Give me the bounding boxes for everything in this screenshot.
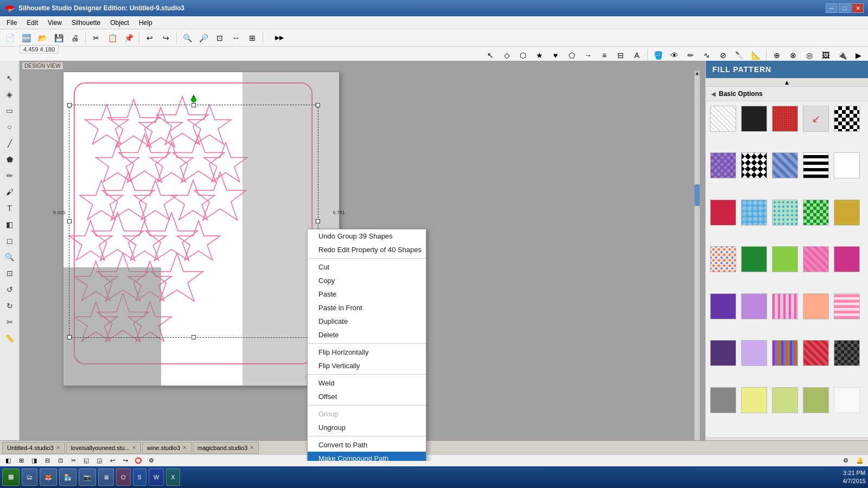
basic-options-header[interactable]: ◀ Basic Options — [706, 87, 868, 101]
undo-button[interactable]: ↩ — [142, 31, 157, 45]
canvas-area[interactable]: DESIGN VIEW — [20, 61, 705, 461]
taskbar-computer[interactable]: 🖥 — [98, 468, 114, 486]
save-button[interactable]: 💾 — [51, 31, 66, 45]
taskbar-excel[interactable]: X — [166, 468, 180, 486]
ctx-make-compound[interactable]: Make Compound Path — [308, 452, 426, 461]
tool-send[interactable]: ▶ — [851, 48, 866, 62]
tool-align2[interactable]: ⊟ — [613, 48, 628, 62]
menu-view[interactable]: View — [43, 18, 66, 28]
tool-measure-left[interactable]: 📏 — [2, 331, 17, 346]
pattern-lt-purple[interactable] — [741, 293, 767, 319]
pattern-dots-teal[interactable] — [772, 200, 798, 226]
bt-ungroup[interactable]: ✂ — [67, 455, 79, 466]
tool-text[interactable]: A — [629, 48, 644, 62]
pattern-dots-multi[interactable] — [710, 246, 736, 272]
tool-node-edit[interactable]: ◈ — [2, 87, 17, 102]
pattern-lt-green3[interactable] — [803, 387, 829, 413]
pattern-red-diamond[interactable] — [803, 340, 829, 366]
tool-bezier[interactable]: ∿ — [699, 48, 714, 62]
tool-star[interactable]: ★ — [532, 48, 547, 62]
print-button[interactable]: 🖨 — [67, 31, 82, 45]
tool-eye[interactable]: 👁 — [667, 48, 682, 62]
pattern-red-texture[interactable] — [772, 106, 798, 132]
close-button[interactable]: ✕ — [852, 3, 864, 13]
pattern-stripe-v[interactable] — [772, 293, 798, 319]
pattern-green-solid[interactable] — [741, 246, 767, 272]
pattern-lt-green[interactable] — [772, 246, 798, 272]
tab-love[interactable]: loveisallyouneed.stu... ✕ — [66, 442, 141, 454]
new-button[interactable]: 📄 — [2, 31, 17, 45]
tool-poly[interactable]: ⬠ — [564, 48, 579, 62]
tool-rotate-right[interactable]: ↻ — [2, 298, 17, 313]
bt-settings[interactable]: ⚙ — [145, 455, 157, 466]
taskbar-file-explorer[interactable]: 🗂 — [22, 468, 37, 486]
pattern-checker[interactable] — [834, 106, 860, 132]
tab-close-wine[interactable]: ✕ — [182, 445, 187, 451]
menu-edit[interactable]: Edit — [22, 18, 42, 28]
copy-button[interactable]: 📋 — [105, 31, 120, 45]
tool-cut-left[interactable]: ✂ — [2, 314, 17, 330]
tool-pen[interactable]: ✏ — [683, 48, 698, 62]
taskbar-word[interactable]: W — [149, 468, 164, 486]
tool-select[interactable]: ↖ — [483, 48, 498, 62]
ctx-weld[interactable]: Weld — [308, 376, 426, 390]
ctx-cut[interactable]: Cut — [308, 260, 426, 274]
tab-close-untitled4[interactable]: ✕ — [56, 445, 60, 451]
menu-silhouette[interactable]: Silhouette — [67, 18, 105, 28]
ctx-flip-h[interactable]: Flip Horizontally — [308, 345, 426, 359]
zoom-fit-button[interactable]: ⊡ — [212, 31, 227, 45]
ctx-delete[interactable]: Delete — [308, 328, 426, 342]
ctx-paste-front[interactable]: Paste in Front — [308, 301, 426, 314]
menu-help[interactable]: Help — [135, 18, 157, 28]
tool-trace[interactable]: 🖼 — [818, 48, 833, 62]
tool-measure[interactable]: 📐 — [748, 48, 763, 62]
tool-weld[interactable]: ⊗ — [786, 48, 801, 62]
pattern-pink-diamond[interactable] — [803, 246, 829, 272]
pattern-yellow-lt[interactable] — [741, 387, 767, 413]
ctx-convert-path[interactable]: Convert to Path — [308, 438, 426, 452]
tool-fill[interactable]: 🪣 — [650, 48, 666, 62]
scroll-up-arrow[interactable]: ▲ — [694, 70, 700, 76]
tab-untitled4[interactable]: Untitled-4.studio3 ✕ — [2, 442, 65, 454]
pattern-purple-floral[interactable] — [710, 152, 736, 178]
bt-align-top[interactable]: ⊟ — [41, 455, 53, 466]
pattern-dark[interactable] — [741, 106, 767, 132]
tool-rect[interactable]: ▭ — [2, 103, 17, 118]
ctx-ungroup[interactable]: Ungroup — [308, 421, 426, 434]
pattern-gold[interactable] — [834, 200, 860, 226]
tool-align[interactable]: ≡ — [597, 48, 612, 62]
tool-rotate-left[interactable]: ↺ — [2, 282, 17, 297]
tool-arrow[interactable]: → — [580, 48, 596, 62]
pattern-hatch[interactable] — [710, 106, 736, 132]
right-panel-toggle[interactable]: ▶▶ — [266, 31, 293, 45]
ctx-copy[interactable]: Copy — [308, 274, 426, 287]
bt-undo2[interactable]: ↩ — [106, 455, 118, 466]
taskbar-silhouette[interactable]: S — [133, 468, 146, 486]
pattern-dark-check[interactable] — [834, 340, 860, 366]
ctx-flip-v[interactable]: Flip Vertically — [308, 359, 426, 373]
bt-front[interactable]: ◱ — [80, 455, 92, 466]
tool-offset[interactable]: ◎ — [802, 48, 817, 62]
maximize-button[interactable]: □ — [839, 3, 851, 13]
pattern-floral-red[interactable] — [710, 200, 736, 226]
start-button[interactable]: ⊞ — [2, 468, 20, 486]
ctx-offset[interactable]: Offset — [308, 390, 426, 403]
tool-erase[interactable]: ⊘ — [716, 48, 731, 62]
pattern-check-green[interactable] — [803, 200, 829, 226]
pattern-white2[interactable] — [834, 387, 860, 413]
tool-poly-left[interactable]: ⬟ — [2, 152, 17, 167]
tool-plugin[interactable]: 🔌 — [834, 48, 850, 62]
minimize-button[interactable]: ─ — [826, 3, 838, 13]
tool-heart[interactable]: ♥ — [548, 48, 563, 62]
ctx-duplicate[interactable]: Duplicate — [308, 314, 426, 328]
bt-back[interactable]: ◲ — [93, 455, 105, 466]
tool-pointer[interactable]: ↖ — [2, 70, 17, 86]
tab-close-love[interactable]: ✕ — [132, 445, 136, 451]
pattern-lt-green2[interactable] — [772, 387, 798, 413]
pattern-arrow-diag[interactable]: ↙ — [803, 106, 829, 132]
tool-shape[interactable]: ⬡ — [515, 48, 531, 62]
cut-button[interactable]: ✂ — [88, 31, 104, 45]
tool-paint[interactable]: 🖌 — [2, 184, 17, 200]
bt-circle[interactable]: ⭕ — [132, 455, 144, 466]
tab-close-magicband[interactable]: ✕ — [250, 445, 254, 451]
